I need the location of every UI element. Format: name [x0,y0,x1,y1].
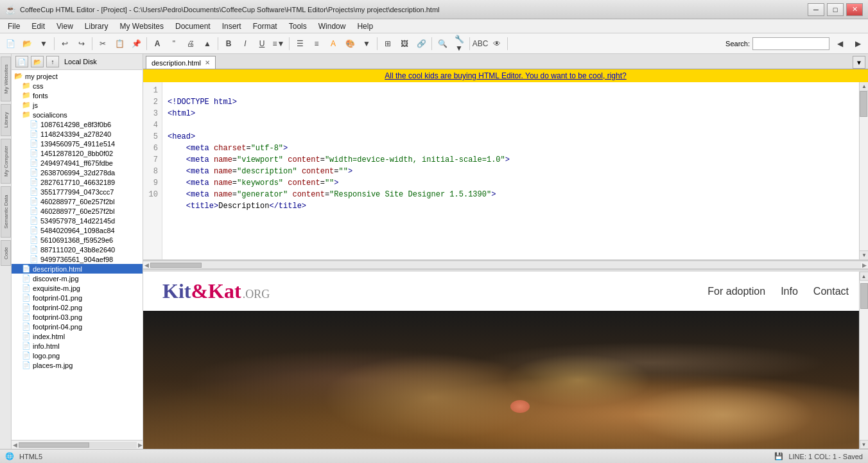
color-dropdown[interactable]: ▼ [359,36,374,51]
scroll-up-arrow[interactable]: ▲ [860,82,868,91]
scroll-grip[interactable] [860,91,867,117]
underline-button[interactable]: U [254,36,270,51]
preview-scroll-thumb[interactable] [860,283,868,309]
tree-item-description-html[interactable]: 📄description.html [12,264,143,274]
paste-button[interactable]: 📌 [128,36,144,51]
tree-item-discover-m-jpg[interactable]: 📄discover-m.jpg [12,274,143,283]
tree-item-index-html[interactable]: 📄index.html [12,331,143,341]
scroll-track[interactable] [860,91,867,250]
menu-edit[interactable]: Edit [26,21,50,32]
list-ul-button[interactable]: ☰ [292,36,308,51]
insert-link[interactable]: 🔗 [413,36,429,51]
undo-button[interactable]: ↩ [57,36,73,51]
tree-item-534957978-14d22145d[interactable]: 📄534957978_14d22145d [12,216,143,225]
sidebar-tab-my-computer[interactable]: My Computer [1,139,11,184]
insert-table[interactable]: ⊞ [380,36,395,51]
tree-item-exquisite-m-jpg[interactable]: 📄exquisite-m.jpg [12,283,143,293]
tools-dropdown[interactable]: 🔧▼ [451,36,467,51]
tree-item-js[interactable]: 📁js [12,100,143,110]
close-button[interactable]: ✕ [846,3,863,16]
tree-item-css[interactable]: 📁css [12,81,143,91]
menu-file[interactable]: File [3,21,25,32]
menu-view[interactable]: View [51,21,78,32]
tree-item-5610691368-f59529e6[interactable]: 📄5610691368_f59529e6 [12,235,143,245]
cut-button[interactable]: ✂ [95,36,110,51]
tree-item-3551777994-0473ccc7[interactable]: 📄3551777994_0473ccc7 [12,187,143,197]
preview-vscroll[interactable]: ▲ ▼ [859,272,868,449]
code-hscroll[interactable]: ◀ ▶ [143,261,868,270]
search-input[interactable] [752,37,829,50]
insert-image[interactable]: 🖼 [397,36,412,51]
fp-up-button[interactable]: ↑ [46,56,59,67]
tree-item-14512878120-8bb0f02[interactable]: 📄14512878120_8bb0f02 [12,148,143,158]
hscroll-thumb[interactable] [19,442,89,448]
sidebar-tab-my-websites[interactable]: My Websites [1,57,11,101]
tree-item-1087614298-e8f3f0b6[interactable]: 📄1087614298_e8f3f0b6 [12,119,143,129]
heading-button[interactable]: A [150,36,165,51]
tree-item-1148243394-a278240[interactable]: 📄1148243394_a278240 [12,129,143,139]
hscroll-track[interactable] [150,262,861,268]
search-prev[interactable]: ◀ [832,36,847,51]
color-picker[interactable]: 🎨 [342,36,358,51]
find-button[interactable]: 🔍 [435,36,450,51]
publish-button[interactable]: ▲ [200,36,215,51]
tree-item-info-html[interactable]: 📄info.html [12,341,143,351]
tree-item-footprint-01-png[interactable]: 📄footprint-01.png [12,293,143,302]
hscroll-thumb[interactable] [150,263,202,268]
redo-button[interactable]: ↪ [74,36,89,51]
copy-button[interactable]: 📋 [112,36,127,51]
search-next[interactable]: ▶ [850,36,865,51]
menu-my-websites[interactable]: My Websites [115,21,169,32]
menu-window[interactable]: Window [313,21,351,32]
maximize-button[interactable]: □ [827,3,844,16]
bold-button[interactable]: B [221,36,236,51]
menu-format[interactable]: Format [248,21,282,32]
tree-item-887111020-43b8e2640[interactable]: 📄887111020_43b8e2640 [12,245,143,254]
format-dropdown[interactable]: ≡▼ [271,36,286,51]
preview-scroll-up[interactable]: ▲ [860,272,869,281]
tab-close-button[interactable]: ✕ [205,59,210,66]
tree-item-2494974941-ff675fdbe[interactable]: 📄2494974941_ff675fdbe [12,158,143,168]
tree-item-460288977-60e257f2bl[interactable]: 📄460288977_60e257f2bl [12,206,143,216]
italic-button[interactable]: I [238,36,253,51]
tree-item-9499736561-904aef98[interactable]: 📄9499736561_904aef98 [12,254,143,264]
fp-new-button[interactable]: 📄 [15,56,28,67]
fp-open-button[interactable]: 📂 [31,56,44,67]
menu-insert[interactable]: Insert [217,21,247,32]
tab-description-html[interactable]: description.html ✕ [146,56,216,69]
sidebar-tab-semantic-data[interactable]: Semantic Data [1,186,11,238]
tree-item-socialicons[interactable]: 📁socialicons [12,110,143,119]
tree-item-460288977-60e257f2bl[interactable]: 📄460288977_60e257f2bl [12,197,143,206]
tree-item-2638706994-32d278da[interactable]: 📄2638706994_32d278da [12,168,143,177]
file-panel-hscroll[interactable]: ◀ ▶ [12,440,143,449]
tab-nav-button[interactable]: ▼ [853,56,865,69]
tree-item-my-project[interactable]: 📂my project [12,71,143,81]
open-button[interactable]: 📂 [19,36,35,51]
code-vertical-scrollbar[interactable]: ▲ ▼ [859,82,868,259]
tree-item-5484020964-1098ac84[interactable]: 📄5484020964_1098ac84 [12,225,143,235]
hscroll-left-arrow[interactable]: ◀ [143,262,150,268]
scroll-down-arrow[interactable]: ▼ [860,250,868,259]
spell-check[interactable]: ABC [473,36,488,51]
nav-contact[interactable]: Contact [813,286,849,297]
tree-item-places-m-jpg[interactable]: 📄places-m.jpg [12,360,143,370]
menu-help[interactable]: Help [352,21,378,32]
nav-for-adoption[interactable]: For adoption [707,286,765,297]
tree-item-footprint-02-png[interactable]: 📄footprint-02.png [12,302,143,312]
tree-item-logo-png[interactable]: 📄logo.png [12,351,143,360]
nav-info[interactable]: Info [781,286,798,297]
tree-item-2827617710-46632189[interactable]: 📄2827617710_46632189 [12,177,143,187]
print-button[interactable]: 🖨 [183,36,198,51]
color-button[interactable]: A [326,36,341,51]
preview-button[interactable]: 👁 [489,36,505,51]
sidebar-tab-library[interactable]: Library [1,104,11,136]
new-button[interactable]: 📄 [3,36,18,51]
promo-bar[interactable]: All the cool kids are buying HTML Editor… [143,69,868,82]
tree-item-footprint-03-png[interactable]: 📄footprint-03.png [12,312,143,322]
menu-tools[interactable]: Tools [284,21,312,32]
tree-item-fonts[interactable]: 📁fonts [12,91,143,100]
preview-scroll-down[interactable]: ▼ [860,440,869,449]
menu-document[interactable]: Document [170,21,216,32]
list-ol-button[interactable]: ≡ [309,36,324,51]
sidebar-tab-code[interactable]: Code [1,240,11,266]
